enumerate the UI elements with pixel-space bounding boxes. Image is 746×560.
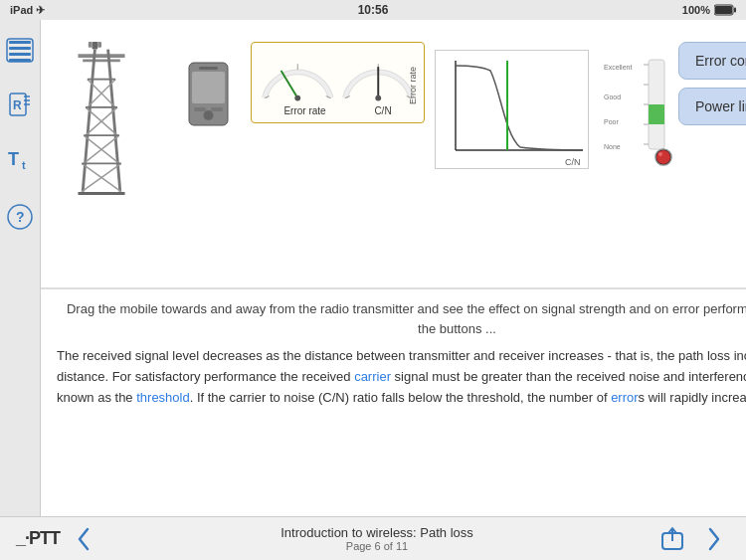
- error-rate-gauge: [260, 49, 336, 103]
- svg-point-70: [658, 152, 662, 156]
- sidebar-item-text[interactable]: T t: [0, 141, 40, 181]
- body-part3: . If the carrier to noise (C/N) ratio fa…: [190, 390, 611, 405]
- svg-rect-41: [194, 107, 206, 111]
- svg-rect-39: [199, 67, 218, 70]
- gauges-container: Error rate C/N: [251, 42, 425, 123]
- tower-image: [62, 42, 141, 201]
- sidebar-item-help[interactable]: ?: [0, 197, 40, 237]
- error-correction-label: Error correction: [695, 53, 746, 69]
- instruction-text: Drag the mobile towards and away from th…: [57, 299, 746, 338]
- cn-label: C/N: [374, 105, 391, 116]
- error-rate-label: Error rate: [283, 105, 325, 116]
- bottom-page: Page 6 of 11: [280, 540, 473, 552]
- battery-icon: [714, 4, 736, 16]
- sidebar-item-resource[interactable]: R: [0, 86, 40, 125]
- help-icon: ?: [6, 203, 34, 231]
- status-bar: iPad ✈ 10:56 100%: [0, 0, 746, 20]
- error-chart: Error rate C/N: [435, 50, 589, 169]
- cn-gauge: [340, 49, 417, 103]
- svg-rect-38: [192, 72, 225, 103]
- carrier-link[interactable]: carrier: [354, 369, 391, 384]
- sidebar: R T t ?: [0, 20, 41, 516]
- body-text: The received signal level decreases as t…: [57, 346, 746, 408]
- forward-icon: [704, 525, 724, 553]
- text-content-area: Drag the mobile towards and away from th…: [41, 289, 746, 516]
- svg-text:T: T: [8, 149, 19, 169]
- svg-rect-5: [9, 53, 31, 56]
- battery-label: 100%: [682, 4, 710, 16]
- interactive-panel: Error rate C/N Error rate: [41, 20, 746, 288]
- svg-text:Good: Good: [604, 93, 621, 100]
- svg-line-23: [108, 50, 120, 192]
- resource-icon: R: [6, 92, 34, 119]
- ptt-logo: _·PTT: [16, 528, 60, 549]
- status-left: iPad ✈: [10, 4, 45, 17]
- forward-button[interactable]: [698, 519, 730, 559]
- svg-rect-1: [715, 6, 732, 14]
- bottom-title: Introduction to wireless: Path loss: [280, 525, 473, 540]
- bottom-left: _·PTT: [16, 519, 99, 559]
- svg-rect-58: [649, 104, 664, 124]
- error-correction-button[interactable]: Error correction: [678, 42, 746, 80]
- gauge-labels: Error rate C/N: [260, 105, 416, 116]
- svg-text:None: None: [604, 143, 621, 150]
- text-size-icon: T t: [6, 147, 34, 175]
- svg-rect-19: [97, 42, 101, 48]
- chart-y-label: Error rate: [408, 67, 418, 104]
- middle-section: Error rate C/N Error rate: [251, 42, 678, 201]
- gauge-panel: Error rate C/N: [251, 42, 425, 123]
- threshold-link[interactable]: threshold: [136, 390, 189, 405]
- phone-image: [186, 62, 231, 126]
- tower-area: [57, 42, 146, 201]
- status-time: 10:56: [358, 3, 389, 17]
- indicator-area: Excellent Good Poor None: [599, 50, 678, 169]
- svg-point-40: [204, 110, 214, 120]
- indicator-svg: Excellent Good Poor None: [599, 50, 678, 169]
- svg-line-22: [83, 50, 94, 192]
- svg-text:Poor: Poor: [604, 118, 619, 125]
- svg-point-52: [375, 95, 381, 101]
- svg-rect-17: [93, 42, 98, 50]
- back-icon: [74, 525, 93, 553]
- back-button[interactable]: [68, 519, 99, 559]
- power-limits-button[interactable]: Power limits: [678, 88, 746, 125]
- phone-area: [186, 62, 231, 201]
- svg-rect-3: [9, 41, 31, 44]
- svg-rect-2: [734, 8, 736, 13]
- svg-rect-42: [211, 107, 223, 111]
- svg-text:C/N: C/N: [565, 157, 581, 167]
- svg-text:t: t: [22, 159, 26, 171]
- svg-text:?: ?: [16, 209, 25, 225]
- svg-text:Excellent: Excellent: [604, 64, 632, 71]
- gauge-row: [260, 49, 416, 103]
- bottom-right: [654, 519, 730, 559]
- status-right: 100%: [682, 4, 736, 16]
- panel-inner: Error rate C/N Error rate: [57, 32, 746, 201]
- body-part4: s will rapidly increase.: [639, 390, 746, 405]
- main-layout: R T t ?: [0, 20, 746, 516]
- power-limits-label: Power limits: [695, 98, 746, 114]
- right-section: Error correction Power limits: [678, 32, 746, 201]
- list-icon: [6, 36, 34, 64]
- svg-rect-18: [89, 42, 93, 48]
- bottom-center: Introduction to wireless: Path loss Page…: [280, 525, 473, 552]
- chart-svg: C/N: [436, 51, 590, 170]
- content-area: Error rate C/N Error rate: [41, 20, 746, 516]
- svg-rect-4: [9, 47, 31, 50]
- share-icon: [660, 525, 684, 553]
- sidebar-item-list[interactable]: [0, 30, 40, 70]
- bottom-bar: _·PTT Introduction to wireless: Path los…: [0, 516, 746, 560]
- share-button[interactable]: [654, 519, 690, 559]
- errors-link[interactable]: error: [611, 390, 638, 405]
- svg-point-69: [656, 150, 670, 164]
- svg-point-47: [294, 95, 300, 101]
- svg-text:R: R: [13, 98, 22, 112]
